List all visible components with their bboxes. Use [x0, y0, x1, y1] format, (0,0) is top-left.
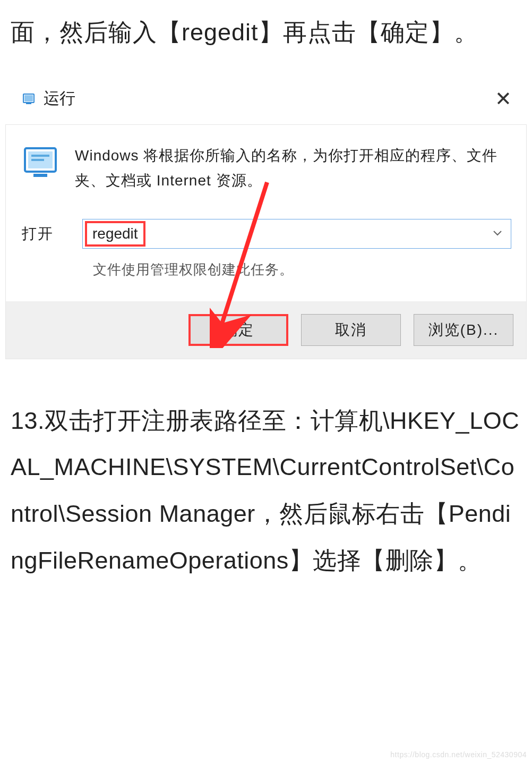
ok-button[interactable]: 确定 — [188, 314, 288, 346]
description-row: Windows 将根据你所输入的名称，为你打开相应的程序、文件夹、文档或 Int… — [22, 143, 511, 193]
article-bottom-paragraph: 13.双击打开注册表路径至：计算机\HKEY_LOCAL_MACHINE\SYS… — [0, 359, 532, 584]
run-dialog: 运行 ✕ Windows 将根据你所输入的名称，为你打开相应的程序、文件夹、文档… — [5, 83, 527, 359]
run-dialog-titlebar: 运行 ✕ — [5, 83, 527, 115]
admin-privilege-note: 文件使用管理权限创建此任务。 — [93, 260, 511, 279]
run-dialog-description: Windows 将根据你所输入的名称，为你打开相应的程序、文件夹、文档或 Int… — [75, 143, 511, 193]
run-program-icon — [22, 144, 61, 183]
dialog-button-bar: 确定 取消 浏览(B)... — [6, 301, 526, 359]
run-command-input[interactable]: regedit — [92, 225, 138, 242]
chevron-down-icon[interactable] — [493, 229, 502, 239]
close-icon[interactable]: ✕ — [492, 87, 515, 111]
svg-rect-5 — [31, 155, 49, 157]
svg-rect-7 — [33, 174, 47, 177]
run-title-icon — [21, 91, 36, 106]
browse-button[interactable]: 浏览(B)... — [414, 314, 513, 346]
article-top-paragraph: 面，然后输入【regedit】再点击【确定】。 — [0, 0, 532, 55]
cancel-button[interactable]: 取消 — [301, 314, 401, 346]
svg-rect-2 — [26, 103, 31, 104]
watermark-text: https://blog.csdn.net/weixin_52430904 — [390, 750, 527, 759]
svg-rect-6 — [31, 159, 44, 161]
run-dialog-title: 运行 — [44, 88, 75, 109]
svg-rect-1 — [24, 95, 33, 101]
open-field-row: 打开 regedit — [22, 219, 511, 249]
titlebar-left: 运行 — [21, 88, 75, 109]
open-label: 打开 — [22, 224, 54, 244]
input-highlight: regedit — [85, 221, 145, 247]
run-dialog-body: Windows 将根据你所输入的名称，为你打开相应的程序、文件夹、文档或 Int… — [5, 124, 527, 359]
run-command-combobox[interactable]: regedit — [82, 219, 511, 249]
